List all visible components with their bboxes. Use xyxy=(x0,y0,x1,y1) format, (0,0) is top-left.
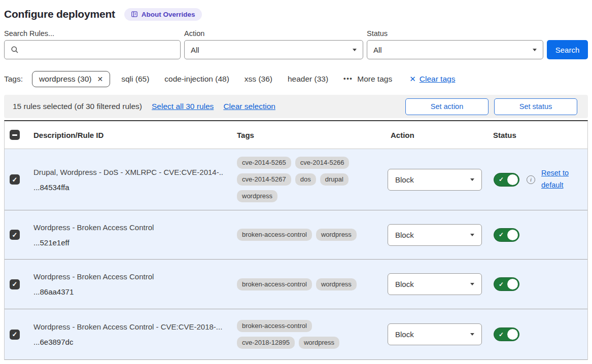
check-icon: ✓ xyxy=(12,232,18,238)
status-toggle-on[interactable]: ✓ xyxy=(494,228,519,242)
tag-chip: cve-2018-12895 xyxy=(237,337,295,349)
chevron-down-icon xyxy=(470,333,474,336)
check-icon: ✓ xyxy=(12,176,18,183)
book-icon xyxy=(131,11,138,18)
rule-action-select[interactable]: Block xyxy=(388,273,482,295)
clear-selection-link[interactable]: Clear selection xyxy=(223,102,275,111)
chevron-down-icon xyxy=(470,283,474,285)
tag-chip: broken-access-control xyxy=(237,278,312,290)
selection-bar: 15 rules selected (of 30 filtered rules)… xyxy=(4,95,588,118)
toggle-knob xyxy=(507,329,518,340)
clear-tags-button[interactable]: ✕ Clear tags xyxy=(409,75,455,84)
status-toggle-on[interactable]: ✓ xyxy=(494,173,519,187)
chevron-down-icon xyxy=(470,234,474,236)
rule-description: Wordpress - Broken Access Control xyxy=(33,223,224,232)
rule-tags: broken-access-control wordpress xyxy=(237,278,365,290)
column-tags: Tags xyxy=(233,131,384,139)
rule-id: ...6e3897dc xyxy=(33,338,224,346)
about-overrides-badge[interactable]: About Overrides xyxy=(124,8,202,21)
tag-item-sqli[interactable]: sqli (65) xyxy=(121,75,149,84)
status-select[interactable]: All xyxy=(367,40,543,59)
tag-chip: dos xyxy=(295,173,316,186)
chevron-down-icon xyxy=(353,49,357,51)
column-action: Action xyxy=(384,131,489,139)
tag-item-xss[interactable]: xss (36) xyxy=(245,75,272,84)
toggle-knob xyxy=(507,230,518,240)
status-toggle-on[interactable]: ✓ xyxy=(494,277,519,291)
more-tags-button[interactable]: ••• More tags xyxy=(343,75,392,84)
row-checkbox[interactable]: ✓ xyxy=(10,174,20,185)
rule-tags: broken-access-control cve-2018-12895 wor… xyxy=(237,320,365,349)
check-icon: ✓ xyxy=(499,176,504,183)
set-action-button[interactable]: Set action xyxy=(405,98,489,115)
search-rules-label: Search Rules... xyxy=(4,29,181,38)
rule-description: Drupal, Wordpress - DoS - XMLRPC - CVE:C… xyxy=(33,168,224,176)
table-header: Description/Rule ID Tags Action Status xyxy=(5,121,587,149)
info-icon[interactable]: i xyxy=(527,175,535,184)
action-filter: Action All xyxy=(184,29,363,59)
column-status: Status xyxy=(489,131,587,139)
rule-description: Wordpress - Broken Access Control - CVE:… xyxy=(33,322,224,331)
check-icon: ✓ xyxy=(12,331,18,338)
table-row: ✓ Drupal, Wordpress - DoS - XMLRPC - CVE… xyxy=(5,149,587,210)
tag-item-header[interactable]: header (33) xyxy=(288,75,328,84)
row-checkbox[interactable]: ✓ xyxy=(10,330,20,340)
rule-action-value: Block xyxy=(395,330,414,339)
table-row: ✓ Wordpress - Broken Access Control ...8… xyxy=(5,259,587,309)
row-checkbox[interactable]: ✓ xyxy=(10,279,20,289)
filters-row: Search Rules... Action All Status All xyxy=(4,29,588,59)
page-title: Configure deployment xyxy=(4,8,115,20)
rule-tags: cve-2014-5265 cve-2014-5266 cve-2014-526… xyxy=(237,157,365,202)
select-all-checkbox[interactable] xyxy=(10,130,20,140)
tag-chip: cve-2014-5266 xyxy=(295,157,350,169)
set-status-button[interactable]: Set status xyxy=(494,98,577,115)
ellipsis-icon: ••• xyxy=(343,75,353,82)
check-icon: ✓ xyxy=(499,280,504,287)
selection-summary: 15 rules selected (of 30 filtered rules) xyxy=(13,102,142,111)
selected-tag-wordpress[interactable]: wordpress (30) ✕ xyxy=(32,71,110,87)
search-button[interactable]: Search xyxy=(547,40,588,59)
rule-tags: broken-access-control wordpress xyxy=(237,229,365,241)
tag-chip: wordpress xyxy=(316,278,357,290)
tag-chip: wordpress xyxy=(316,229,357,241)
search-icon xyxy=(11,46,19,54)
status-label: Status xyxy=(367,29,543,38)
search-input[interactable] xyxy=(23,46,174,54)
about-overrides-label: About Overrides xyxy=(142,11,195,18)
toggle-knob xyxy=(507,279,518,289)
row-checkbox[interactable]: ✓ xyxy=(10,230,20,240)
check-icon: ✓ xyxy=(499,231,504,238)
configure-deployment-page: Configure deployment About Overrides Sea… xyxy=(0,5,592,360)
select-all-link[interactable]: Select all 30 rules xyxy=(152,102,214,111)
search-input-wrapper xyxy=(4,40,181,59)
remove-tag-icon[interactable]: ✕ xyxy=(97,75,103,83)
rule-id: ...86aa4371 xyxy=(33,287,224,296)
tag-item-code-injection[interactable]: code-injection (48) xyxy=(164,75,229,84)
chevron-down-icon xyxy=(533,49,537,51)
toggle-knob xyxy=(507,174,518,185)
rule-action-select[interactable]: Block xyxy=(388,323,482,345)
rule-id: ...84534ffa xyxy=(33,183,224,192)
selected-tag-label: wordpress (30) xyxy=(39,75,91,84)
rules-table: Description/Rule ID Tags Action Status ✓… xyxy=(4,120,588,360)
status-toggle-on[interactable]: ✓ xyxy=(494,327,519,341)
tags-bar: Tags: wordpress (30) ✕ sqli (65) code-in… xyxy=(4,70,588,88)
tag-chip: wordpress xyxy=(299,337,339,349)
rule-description: Wordpress - Broken Access Control xyxy=(33,272,224,281)
clear-icon: ✕ xyxy=(409,75,416,84)
tags-label: Tags: xyxy=(4,75,23,84)
tag-chip: cve-2014-5265 xyxy=(237,157,291,169)
search-filter: Search Rules... xyxy=(4,29,181,59)
rule-action-select[interactable]: Block xyxy=(388,169,482,191)
table-row: ✓ Wordpress - Broken Access Control ...5… xyxy=(5,210,587,259)
status-filter: Status All xyxy=(367,29,543,59)
table-row: ✓ Wordpress - Broken Access Control - CV… xyxy=(5,309,587,360)
action-select-value: All xyxy=(191,46,199,54)
action-select[interactable]: All xyxy=(184,40,363,59)
chevron-down-icon xyxy=(470,178,474,181)
more-tags-label: More tags xyxy=(357,75,392,84)
check-icon: ✓ xyxy=(12,281,18,287)
tag-chip: drupal xyxy=(320,173,349,186)
rule-action-select[interactable]: Block xyxy=(388,224,482,246)
reset-to-default-link[interactable]: Reset to default xyxy=(541,167,575,192)
